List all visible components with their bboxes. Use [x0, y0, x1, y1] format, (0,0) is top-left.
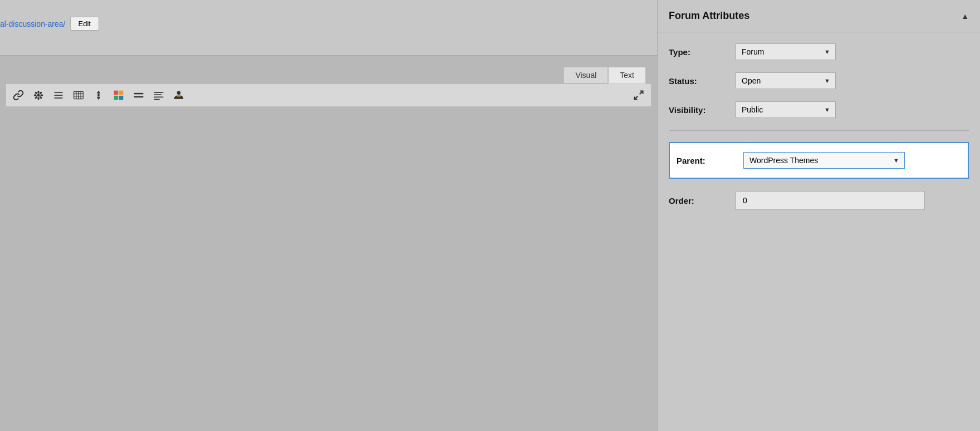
status-row: Status: Open Closed	[669, 72, 969, 89]
svg-rect-11	[55, 97, 63, 99]
url-bar-area: al-discussion-area/ Edit	[0, 0, 657, 56]
svg-marker-19	[97, 97, 101, 100]
svg-rect-23	[114, 96, 119, 100]
svg-rect-29	[154, 97, 164, 98]
fullscreen-icon[interactable]	[631, 87, 646, 103]
svg-point-31	[177, 91, 181, 95]
status-select-wrapper: Open Closed	[736, 72, 836, 89]
edit-button[interactable]: Edit	[70, 17, 99, 31]
visual-tab[interactable]: Visual	[564, 67, 608, 84]
user-icon[interactable]	[171, 87, 187, 103]
visibility-select[interactable]: Public Private Hidden	[736, 101, 836, 118]
svg-marker-18	[97, 91, 101, 94]
svg-rect-26	[134, 96, 144, 98]
visibility-label: Visibility:	[669, 105, 736, 115]
svg-rect-9	[55, 92, 63, 93]
svg-rect-30	[154, 99, 160, 100]
svg-point-4	[39, 96, 42, 99]
url-link[interactable]: al-discussion-area/	[0, 19, 66, 28]
text-tab[interactable]: Text	[608, 67, 646, 84]
svg-point-5	[37, 97, 39, 100]
svg-rect-20	[97, 94, 99, 97]
align-icon[interactable]	[151, 87, 166, 103]
list-icon[interactable]	[51, 87, 66, 103]
order-label: Order:	[669, 196, 736, 205]
editor-area: Visual Text	[0, 61, 657, 112]
svg-rect-25	[134, 93, 144, 95]
svg-point-7	[34, 94, 37, 96]
svg-point-3	[40, 94, 43, 96]
order-input[interactable]	[736, 191, 925, 210]
visibility-select-wrapper: Public Private Hidden	[736, 101, 836, 118]
type-row: Type: Forum Category	[669, 43, 969, 60]
type-select[interactable]: Forum Category	[736, 43, 836, 60]
panel-header: Forum Attributes ▲	[658, 0, 980, 32]
status-label: Status:	[669, 76, 736, 86]
parent-select[interactable]: WordPress Themes None General	[743, 152, 905, 169]
visibility-row: Visibility: Public Private Hidden	[669, 101, 969, 118]
parent-select-wrapper: WordPress Themes None General	[743, 152, 905, 169]
parent-row-highlighted: Parent: WordPress Themes None General	[669, 142, 969, 179]
svg-point-1	[37, 91, 39, 94]
sort-icon[interactable]	[91, 87, 106, 103]
right-panel: Forum Attributes ▲ Type: Forum Category …	[657, 0, 980, 431]
flower-icon[interactable]	[31, 87, 46, 103]
svg-point-2	[39, 91, 42, 95]
parent-label: Parent:	[677, 156, 743, 165]
left-panel: al-discussion-area/ Edit Visual Text	[0, 0, 657, 431]
svg-rect-10	[55, 95, 63, 96]
type-select-wrapper: Forum Category	[736, 43, 836, 60]
svg-point-8	[35, 91, 38, 95]
svg-rect-32	[177, 95, 181, 97]
divider	[669, 130, 969, 131]
type-label: Type:	[669, 47, 736, 57]
panel-title: Forum Attributes	[669, 10, 749, 22]
editor-toolbar	[6, 84, 651, 107]
svg-rect-21	[114, 91, 119, 95]
divider-icon[interactable]	[131, 87, 146, 103]
collapse-icon[interactable]: ▲	[961, 12, 969, 21]
svg-point-0	[37, 94, 40, 97]
link-icon[interactable]	[11, 87, 26, 103]
table-icon[interactable]	[71, 87, 86, 103]
order-row: Order:	[669, 191, 969, 210]
svg-rect-27	[154, 92, 164, 93]
svg-rect-28	[154, 94, 161, 95]
url-row: al-discussion-area/ Edit	[0, 0, 657, 36]
svg-point-6	[35, 96, 38, 99]
svg-rect-22	[119, 91, 124, 95]
blocks-icon[interactable]	[111, 87, 126, 103]
svg-rect-24	[119, 96, 124, 100]
attrs-form: Type: Forum Category Status: Open Closed…	[658, 32, 980, 233]
tab-row: Visual Text	[6, 67, 651, 84]
status-select[interactable]: Open Closed	[736, 72, 836, 89]
